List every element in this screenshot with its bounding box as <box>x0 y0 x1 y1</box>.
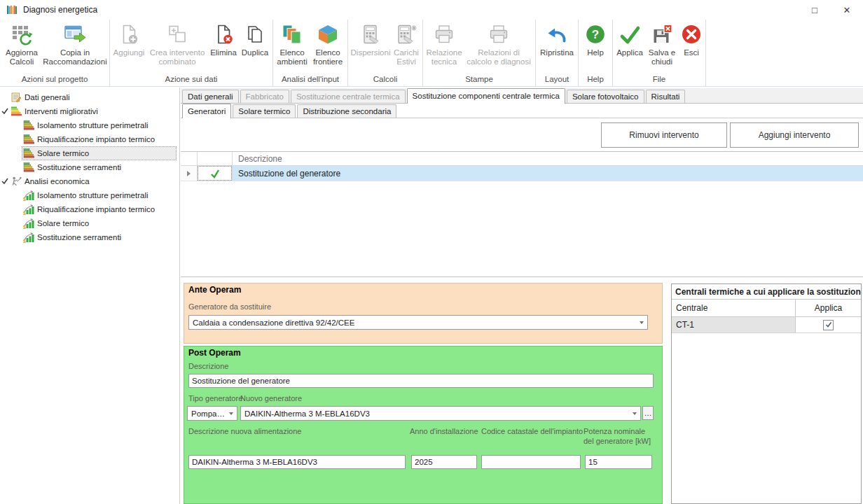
applica-checkbox[interactable] <box>823 320 834 330</box>
tree-item-eco-isolamento-strutture[interactable]: $ Isolamento strutture perimetrali <box>0 188 179 202</box>
tree-item-interventi-migliorativi[interactable]: Interventi migliorativi <box>0 104 179 118</box>
help-icon: ? <box>584 22 607 46</box>
tree-item-eco-riqualificazione-impianto[interactable]: $ Riqualificazione impianto termico <box>0 202 179 216</box>
ribbon-group-analisi-input: Elenco ambienti Elenco frontiere Analisi… <box>273 20 348 86</box>
tab-solare-fotovoltaico[interactable]: Solare fotovoltaico <box>567 90 644 103</box>
salva-e-chiudi-button[interactable]: Salva e chiudi <box>645 20 679 66</box>
anno-input[interactable] <box>411 455 477 469</box>
tree-item-label: Analisi economica <box>25 177 90 186</box>
ribbon-group-label: Help <box>580 74 611 86</box>
ribbon-group-label: Analisi dell'input <box>275 74 346 86</box>
sub-tab-strip: Generatori Solare termico Distribuzione … <box>181 104 863 118</box>
project-tree: Dati generali Interventi migliorativi Is… <box>0 88 180 504</box>
ribbon-button-label: Salva e chiudi <box>647 48 677 66</box>
column-centrale: Centrale <box>672 300 796 316</box>
elenco-frontiere-button[interactable]: Elenco frontiere <box>310 20 346 66</box>
tree-item-sostituzione-serramenti[interactable]: Sostituzione serramenti <box>0 160 179 174</box>
ribbon: Aggiorna Calcoli Copia in Raccomandazion… <box>0 20 863 87</box>
potenza-input[interactable] <box>585 455 652 469</box>
green-check-icon <box>210 169 220 178</box>
money-chart-icon: $ <box>23 218 34 229</box>
tree-item-eco-solare-termico[interactable]: $ Solare termico <box>0 216 179 230</box>
svg-text:$: $ <box>23 239 26 244</box>
svg-text:$: $ <box>23 225 26 230</box>
aggiorna-calcoli-button[interactable]: Aggiorna Calcoli <box>1 20 42 66</box>
detail-area: Ante Operam Generatore da sostituire Cal… <box>181 277 863 504</box>
help-button[interactable]: ? Help <box>580 20 611 57</box>
tab-fabbricato: Fabbricato <box>240 90 289 103</box>
page-delete-icon <box>212 22 235 46</box>
applica-button[interactable]: Applica <box>614 20 645 57</box>
energy-label-icon <box>23 162 34 173</box>
tree-item-label: Sostituzione serramenti <box>37 233 121 241</box>
descrizione-input[interactable] <box>188 374 654 388</box>
ribbon-group-label: Azioni sul progetto <box>1 74 108 86</box>
rimuovi-intervento-button[interactable]: Rimuovi intervento <box>601 122 727 148</box>
ribbon-group-file: Applica Salva e chiudi <box>613 20 706 86</box>
aggiungi-intervento-button[interactable]: Aggiungi intervento <box>730 122 859 148</box>
tree-item-dati-generali[interactable]: Dati generali <box>0 90 179 104</box>
close-button[interactable]: ✕ <box>831 0 863 20</box>
chevron-down-icon[interactable] <box>636 316 647 329</box>
tree-item-label: Isolamento strutture perimetrali <box>37 191 149 200</box>
ante-operam-panel: Ante Operam Generatore da sostituire Cal… <box>184 283 663 344</box>
printer-icon <box>487 22 511 46</box>
nuovo-generatore-browse-button[interactable]: … <box>642 406 654 420</box>
subtab-solare-termico[interactable]: Solare termico <box>233 104 296 118</box>
carichi-estivi-button: Carichi Estivi <box>392 20 421 66</box>
generatori-grid: Descrizione Sostituzione del generatore <box>181 151 863 181</box>
tree-item-isolamento-strutture[interactable]: Isolamento strutture perimetrali <box>0 118 179 132</box>
subtab-distribuzione-secondaria[interactable]: Distribuzione secondaria <box>297 104 396 118</box>
money-chart-icon: $ <box>23 232 34 243</box>
energy-label-icon <box>11 106 22 117</box>
ribbon-group-azione-dati: Aggiungi Crea intervento combinato <box>110 20 273 86</box>
ribbon-button-label: Elimina <box>210 48 237 57</box>
notes-icon <box>11 92 22 103</box>
tree-item-label: Sostituzione serramenti <box>37 163 121 172</box>
tree-item-solare-termico[interactable]: Solare termico <box>0 146 179 160</box>
chevron-down-icon[interactable] <box>629 407 640 420</box>
tree-item-eco-sostituzione-serramenti[interactable]: $ Sostituzione serramenti <box>0 230 179 244</box>
centrale-row-ct1[interactable]: CT-1 <box>672 317 861 333</box>
window-title: Diagnosi energetica <box>23 5 97 15</box>
alimentazione-input[interactable] <box>188 455 406 469</box>
subtab-generatori[interactable]: Generatori <box>182 104 231 118</box>
row-active-cell[interactable] <box>198 166 232 181</box>
calculator-icon <box>359 22 382 46</box>
esci-button[interactable]: Esci <box>679 20 704 57</box>
ribbon-group-layout: Ripristina Layout <box>536 20 579 86</box>
ribbon-group-label: File <box>614 74 704 86</box>
tree-item-label: Isolamento strutture perimetrali <box>37 121 149 130</box>
maximize-button[interactable]: □ <box>799 0 831 20</box>
nuovo-generatore-label: Nuovo generatore <box>240 394 302 402</box>
ribbon-button-label: Duplica <box>242 48 268 57</box>
crea-intervento-combinato-button: Crea intervento combinato <box>146 20 208 66</box>
post-operam-title: Post Operam <box>188 348 241 358</box>
ribbon-group-label: Layout <box>537 74 577 86</box>
duplica-button[interactable]: Duplica <box>239 20 271 57</box>
tree-item-riqualificazione-impianto[interactable]: Riqualificazione impianto termico <box>0 132 179 146</box>
copia-in-raccomandazioni-button[interactable]: Copia in Raccomandazioni <box>42 20 108 66</box>
energy-label-icon <box>23 148 34 159</box>
tab-dati-generali[interactable]: Dati generali <box>182 90 239 103</box>
ribbon-group-calcoli: Dispersioni Carichi Estivi Calcoli <box>348 20 423 86</box>
elimina-button[interactable]: Elimina <box>208 20 239 57</box>
codice-input[interactable] <box>481 455 581 469</box>
chevron-down-icon[interactable] <box>226 407 237 420</box>
row-expander-icon[interactable] <box>187 171 191 176</box>
tab-sostituzione-componenti-centrale-termica[interactable]: Sostituzione componenti centrale termica <box>407 88 565 104</box>
elenco-ambienti-button[interactable]: Elenco ambienti <box>275 20 310 66</box>
calculator-sun-icon <box>394 22 418 46</box>
ripristina-button[interactable]: Ripristina <box>537 20 577 57</box>
grid-row-sostituzione-generatore[interactable]: Sostituzione del generatore <box>181 166 863 181</box>
tab-risultati[interactable]: Risultati <box>646 90 686 103</box>
money-chart-icon: $ <box>23 204 34 215</box>
ribbon-button-label: Copia in Raccomandazioni <box>43 48 106 66</box>
tree-item-analisi-economica[interactable]: Analisi economica <box>0 174 179 188</box>
ribbon-button-label: Aggiorna Calcoli <box>3 48 41 66</box>
nuovo-generatore-combo[interactable]: DAIKIN-Altherma 3 M-EBLA16DV3 <box>240 406 641 421</box>
generatore-da-sostituire-label: Generatore da sostituire <box>188 302 271 311</box>
ribbon-button-label: Ripristina <box>540 48 574 57</box>
tipo-generatore-combo[interactable]: Pompa di calore <box>187 406 237 421</box>
generatore-da-sostituire-combo[interactable]: Caldaia a condensazione direttiva 92/42/… <box>188 315 648 330</box>
